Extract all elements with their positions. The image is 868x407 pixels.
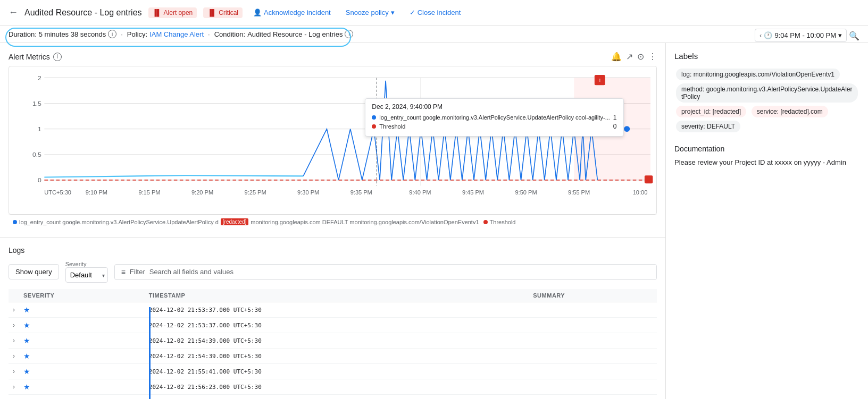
snooze-button[interactable]: Snooze policy ▾: [341, 6, 399, 19]
table-row: › ★ 2024-12-02 21:53:37.000 UTC+5:30: [9, 302, 657, 318]
time-range-value: 9:04 PM - 10:00 PM: [774, 31, 836, 39]
summary-cell: [529, 302, 657, 318]
snooze-chevron-icon: ▾: [391, 9, 395, 16]
alert-open-badge: ▐▌ Alert open: [148, 7, 197, 18]
svg-text:!: !: [599, 77, 600, 83]
svg-text:10:00: 10:00: [633, 189, 648, 196]
filter-placeholder: Search all fields and values: [149, 268, 233, 276]
severity-select-container: Default ▾: [65, 267, 108, 283]
filter-label: Filter: [130, 268, 145, 276]
filter-area[interactable]: ≡ Filter Search all fields and values: [114, 264, 657, 280]
severity-cell: ★: [19, 302, 145, 318]
tooltip-metric-row: log_entry_count google.monitoring.v3.Ale…: [372, 114, 616, 121]
expand-cell[interactable]: ›: [9, 379, 19, 395]
summary-cell: [529, 379, 657, 395]
svg-rect-15: [645, 175, 653, 183]
acknowledge-button[interactable]: 👤 Acknowledge incident: [249, 6, 335, 19]
main-content: Alert Metrics i 🔔 ↗ ⊙ ⋮: [0, 43, 868, 399]
svg-text:2: 2: [38, 74, 41, 82]
table-row: › ★ 2024-12-02 21:54:39.000 UTC+5:30: [9, 349, 657, 364]
timestamp-cell: 2024-12-02 21:54:39.000 UTC+5:30: [145, 333, 529, 349]
chart-tooltip: Dec 2, 2024, 9:40:00 PM log_entry_count …: [365, 98, 623, 137]
summary-cell: [529, 395, 657, 400]
clock-icon: 🕐: [764, 31, 772, 39]
summary-cell: [529, 318, 657, 333]
severity-select[interactable]: Default: [65, 267, 108, 283]
timestamp-col-header: TIMESTAMP: [145, 289, 529, 302]
legend-blue-dot: [13, 220, 17, 224]
timestamp-cell: 2024-12-02 21:53:37.000 UTC+5:30: [145, 318, 529, 333]
expand-cell[interactable]: ›: [9, 364, 19, 379]
alert-icon: ▐▌: [153, 9, 162, 16]
svg-text:1.5: 1.5: [32, 100, 41, 107]
policy-link[interactable]: IAM Change Alert: [149, 30, 204, 38]
critical-icon: ▐▌: [207, 9, 216, 16]
summary-cell: [529, 333, 657, 349]
table-row: › ★ 2024-12-02 21:54:39.000 UTC+5:30: [9, 333, 657, 349]
filter-icon: ≡: [121, 268, 126, 276]
metrics-info-icon[interactable]: i: [53, 53, 62, 61]
severity-col-header: SEVERITY: [19, 289, 145, 302]
labels-title: Labels: [674, 52, 859, 61]
table-row: › ★ 2024-12-02 21:56:23.000 UTC+5:30: [9, 379, 657, 395]
check-icon: ✓: [410, 9, 415, 16]
severity-cell: ★: [19, 318, 145, 333]
info-bar: Duration: 5 minutes 38 seconds i · Polic…: [0, 26, 868, 43]
left-panel: Alert Metrics i 🔔 ↗ ⊙ ⋮: [0, 43, 666, 399]
label-chip-4: severity: DEFAULT: [676, 121, 740, 132]
svg-text:9:40 PM: 9:40 PM: [409, 189, 431, 196]
svg-text:0.5: 0.5: [32, 151, 41, 158]
critical-badge: ▐▌ Critical: [203, 7, 243, 18]
svg-text:1: 1: [38, 125, 41, 133]
severity-cell: ★: [19, 349, 145, 364]
metrics-actions: 🔔 ↗ ⊙ ⋮: [611, 52, 657, 62]
time-range-arrow[interactable]: ▾: [838, 31, 842, 39]
expand-cell[interactable]: ›: [9, 318, 19, 333]
table-row: › ★ 2024-12-02 21:56:38.000 UTC+5:30: [9, 395, 657, 400]
duration-info-icon[interactable]: i: [108, 30, 116, 38]
more-icon[interactable]: ⋮: [648, 52, 657, 62]
bell-icon[interactable]: 🔔: [611, 52, 622, 62]
toggle-icon[interactable]: ⊙: [637, 52, 644, 62]
expand-cell[interactable]: ›: [9, 395, 19, 400]
time-range-selector[interactable]: ‹ 🕐 9:04 PM - 10:00 PM ▾: [755, 29, 847, 42]
person-icon: 👤: [253, 9, 262, 16]
expand-cell[interactable]: ›: [9, 333, 19, 349]
chart-container: 2 1.5 1 0.5 0: [9, 66, 657, 215]
show-query-button[interactable]: Show query: [9, 264, 59, 279]
search-icon[interactable]: 🔍: [849, 31, 859, 41]
share-icon[interactable]: ↗: [626, 52, 633, 62]
severity-cell: ★: [19, 364, 145, 379]
logs-section: Logs Show query Severity Default ▾ ≡ Fil…: [0, 238, 665, 399]
expand-cell[interactable]: ›: [9, 302, 19, 318]
severity-cell: ★: [19, 395, 145, 400]
back-button[interactable]: ←: [9, 7, 18, 18]
documentation-section: Documentation Please review your Project…: [674, 145, 859, 168]
expand-cell[interactable]: ›: [9, 349, 19, 364]
logs-toolbar: Show query Severity Default ▾ ≡ Filter S…: [9, 261, 657, 283]
timestamp-cell: 2024-12-02 21:55:41.000 UTC+5:30: [145, 364, 529, 379]
table-row: › ★ 2024-12-02 21:55:41.000 UTC+5:30: [9, 364, 657, 379]
metrics-title: Alert Metrics i: [9, 53, 62, 61]
svg-text:9:10 PM: 9:10 PM: [86, 189, 107, 196]
timestamp-cell: 2024-12-02 21:56:38.000 UTC+5:30: [145, 395, 529, 400]
top-bar: ← Audited Resource - Log entries ▐▌ Aler…: [0, 0, 868, 26]
timestamp-cell: 2024-12-02 21:54:39.000 UTC+5:30: [145, 349, 529, 364]
svg-text:9:35 PM: 9:35 PM: [350, 189, 372, 196]
condition-info-icon[interactable]: i: [345, 30, 353, 38]
logs-table-header: SEVERITY TIMESTAMP SUMMARY: [9, 289, 657, 302]
svg-text:0: 0: [38, 176, 41, 184]
svg-text:9:50 PM: 9:50 PM: [515, 189, 537, 196]
close-incident-button[interactable]: ✓ Close incident: [405, 6, 465, 19]
tooltip-dot-red: [372, 124, 376, 129]
labels-container: log: monitoring.googleapis.com/Violation…: [674, 67, 859, 134]
legend-red-dot: [483, 220, 488, 224]
label-chip-1: method: google.monitoring.v3.AlertPolicy…: [676, 83, 858, 103]
chevron-left-icon[interactable]: ‹: [760, 31, 762, 39]
page-title: Audited Resource - Log entries: [24, 8, 142, 18]
severity-wrapper: Severity Default ▾: [65, 261, 108, 283]
expand-col-header: [9, 289, 19, 302]
svg-point-12: [624, 126, 630, 132]
svg-text:9:15 PM: 9:15 PM: [138, 189, 160, 196]
documentation-text: Please review your Project ID at xxxxx o…: [674, 157, 859, 168]
